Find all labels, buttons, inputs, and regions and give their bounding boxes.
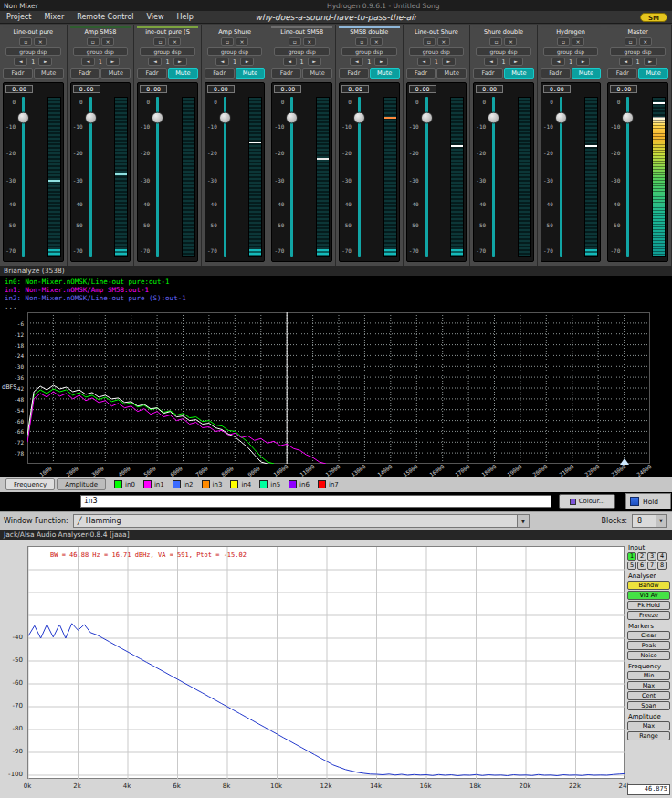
strip-fader-button[interactable]: Fadr	[205, 68, 235, 79]
strip-prev-icon[interactable]: ◄	[350, 58, 363, 66]
jaaa-titlebar[interactable]: Jack/Alsa Audio Analyser-0.8.4 [jaaa]	[0, 530, 672, 540]
input-button-7[interactable]: 7	[647, 562, 656, 570]
strip-mute-button[interactable]: Mute	[236, 68, 266, 79]
strip-detach-icon[interactable]: ▫	[19, 37, 32, 46]
strip-detach-icon[interactable]: ▫	[489, 37, 502, 46]
strip-group-dsp-button[interactable]: group dsp	[5, 47, 61, 56]
sm-badge[interactable]: SM	[640, 13, 667, 22]
marker-triangle[interactable]	[620, 458, 629, 465]
strip-prev-icon[interactable]: ◄	[619, 58, 633, 66]
strip-prev-icon[interactable]: ◄	[14, 58, 27, 66]
strip-close-icon[interactable]: ×	[572, 37, 584, 46]
strip-group-dsp-button[interactable]: group dsp	[274, 47, 330, 56]
strip-fader-button[interactable]: Fadr	[541, 68, 571, 79]
marker-button-clear[interactable]: Clear	[627, 631, 670, 640]
tab-amplitude[interactable]: Amplitude	[57, 478, 106, 490]
strip-next-icon[interactable]: ►	[240, 58, 254, 66]
strip-fader-button[interactable]: Fadr	[3, 68, 33, 79]
frequency-button-min[interactable]: Min	[627, 671, 670, 680]
fader-slider[interactable]	[554, 97, 569, 257]
strip-fader-button[interactable]: Fadr	[271, 68, 301, 79]
strip-close-icon[interactable]: ×	[236, 37, 248, 46]
marker-button-noise[interactable]: Noise	[627, 651, 670, 660]
strip-mute-button[interactable]: Mute	[168, 68, 198, 79]
strip-next-icon[interactable]: ►	[38, 58, 52, 66]
strip-detach-icon[interactable]: ▫	[153, 37, 166, 46]
strip-mute-button[interactable]: Mute	[436, 68, 467, 79]
strip-close-icon[interactable]: ×	[437, 37, 450, 46]
strip-mute-button[interactable]: Mute	[370, 68, 400, 79]
strip-group-dsp-button[interactable]: group dsp	[73, 47, 129, 56]
input-button-1[interactable]: 1	[627, 552, 636, 561]
amplitude-button-max[interactable]: Max	[627, 721, 670, 730]
strip-mute-button[interactable]: Mute	[302, 68, 332, 79]
strip-next-icon[interactable]: ►	[442, 58, 456, 66]
fader-slider[interactable]	[285, 97, 299, 257]
strip-detach-icon[interactable]: ▫	[355, 37, 368, 46]
strip-fader-button[interactable]: Fadr	[473, 68, 503, 79]
fader-knob[interactable]	[17, 111, 29, 123]
strip-detach-icon[interactable]: ▫	[289, 37, 301, 46]
input-button-5[interactable]: 5	[627, 562, 636, 570]
menu-view[interactable]: View	[141, 11, 171, 23]
fader-knob[interactable]	[421, 111, 433, 123]
strip-next-icon[interactable]: ►	[308, 58, 321, 66]
fader-knob[interactable]	[152, 111, 163, 123]
strip-prev-icon[interactable]: ◄	[484, 58, 498, 66]
strip-fader-button[interactable]: Fadr	[70, 68, 100, 79]
frequency-button-max[interactable]: Max	[627, 681, 670, 690]
fader-slider[interactable]	[487, 97, 501, 257]
strip-close-icon[interactable]: ×	[303, 37, 316, 46]
strip-mute-button[interactable]: Mute	[100, 68, 131, 79]
channel-name-input[interactable]: in3	[80, 495, 551, 508]
strip-next-icon[interactable]: ►	[576, 58, 590, 66]
fader-knob[interactable]	[555, 111, 567, 123]
strip-detach-icon[interactable]: ▫	[221, 37, 234, 46]
strip-fader-button[interactable]: Fadr	[607, 68, 637, 79]
strip-close-icon[interactable]: ×	[370, 37, 383, 46]
analyser-button-vid-av[interactable]: Vid Av	[627, 591, 670, 600]
strip-group-dsp-button[interactable]: group dsp	[207, 47, 263, 56]
strip-next-icon[interactable]: ►	[106, 58, 120, 66]
strip-prev-icon[interactable]: ◄	[81, 58, 95, 66]
strip-prev-icon[interactable]: ◄	[417, 58, 431, 66]
analyser-button-freeze[interactable]: Freeze	[627, 611, 670, 620]
fader-slider[interactable]	[151, 97, 165, 257]
frequency-button-span[interactable]: Span	[627, 701, 670, 710]
strip-close-icon[interactable]: ×	[639, 37, 652, 46]
strip-group-dsp-button[interactable]: group dsp	[409, 47, 465, 56]
colour-button[interactable]: Colour...	[559, 494, 615, 509]
strip-detach-icon[interactable]: ▫	[557, 37, 570, 46]
menu-mixer[interactable]: Mixer	[37, 11, 70, 23]
strip-close-icon[interactable]: ×	[34, 37, 47, 46]
analyser-button-bandw[interactable]: Bandw	[627, 581, 670, 590]
tab-frequency[interactable]: Frequency	[5, 478, 55, 490]
strip-fader-button[interactable]: Fadr	[137, 68, 167, 79]
fader-slider[interactable]	[420, 97, 435, 257]
strip-close-icon[interactable]: ×	[101, 37, 114, 46]
amplitude-button-range[interactable]: Range	[627, 731, 670, 740]
fader-knob[interactable]	[286, 111, 298, 123]
strip-close-icon[interactable]: ×	[168, 37, 181, 46]
brianalyze-titlebar[interactable]: Brianalyze (3538)	[0, 266, 672, 276]
jaaa-plot[interactable]	[27, 546, 625, 779]
menu-remote-control[interactable]: Remote Control	[70, 11, 140, 23]
strip-group-dsp-button[interactable]: group dsp	[543, 47, 599, 56]
frequency-button-cent[interactable]: Cent	[627, 691, 670, 700]
strip-mute-button[interactable]: Mute	[638, 68, 668, 79]
fader-slider[interactable]	[621, 97, 635, 257]
strip-fader-button[interactable]: Fadr	[339, 68, 369, 79]
strip-group-dsp-button[interactable]: group dsp	[341, 47, 397, 56]
hold-button[interactable]: Hold	[625, 493, 671, 509]
strip-prev-icon[interactable]: ◄	[215, 58, 229, 66]
strip-prev-icon[interactable]: ◄	[551, 58, 565, 66]
strip-next-icon[interactable]: ►	[644, 58, 657, 66]
input-button-8[interactable]: 8	[657, 562, 667, 570]
strip-next-icon[interactable]: ►	[374, 58, 388, 66]
input-button-2[interactable]: 2	[637, 552, 646, 561]
menu-help[interactable]: Help	[171, 11, 200, 23]
fader-knob[interactable]	[219, 111, 231, 123]
mixer-titlebar[interactable]: Non Mixer Hydrogen 0.9.6.1 - Untitled So…	[0, 0, 672, 11]
strip-detach-icon[interactable]: ▫	[423, 37, 436, 46]
strip-fader-button[interactable]: Fadr	[406, 68, 436, 79]
